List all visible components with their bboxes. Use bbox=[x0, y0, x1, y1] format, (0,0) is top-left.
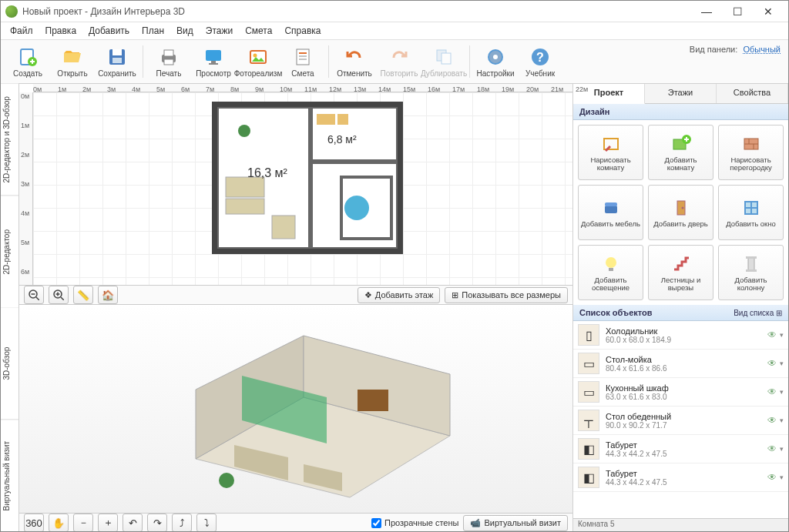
objects-view-toggle[interactable]: Вид списка ⊞ bbox=[734, 309, 782, 317]
chevron-down-icon[interactable]: ▾ bbox=[780, 473, 784, 481]
rotate-left-button[interactable]: ↶ bbox=[123, 514, 143, 532]
tool-settings[interactable]: Настройки bbox=[473, 41, 518, 82]
svg-rect-32 bbox=[317, 114, 335, 125]
virtual-visit-button[interactable]: 📹 Виртуальный визит bbox=[463, 515, 568, 531]
design-draw-room[interactable]: Нарисовать комнату bbox=[578, 125, 643, 180]
maximize-button[interactable]: ☐ bbox=[722, 1, 753, 22]
tool-print[interactable]: Печать bbox=[146, 41, 191, 82]
design-draw-wall[interactable]: Нарисовать перегородку bbox=[718, 125, 784, 180]
visibility-icon[interactable]: 👁 bbox=[767, 358, 777, 369]
object-row[interactable]: ◧Табурет44.3 x 44.2 x 47.5👁▾ bbox=[573, 435, 788, 463]
draw-room-icon bbox=[600, 133, 622, 155]
design-section-header: Дизайн bbox=[573, 104, 788, 120]
view-2d[interactable]: 0м1м2м3м4м5м6м 16,3 м² bbox=[19, 92, 572, 285]
object-row[interactable]: ▭Кухонный шкаф63.0 x 61.6 x 83.0👁▾ bbox=[573, 378, 788, 407]
object-row[interactable]: ◧Табурет44.3 x 44.2 x 47.5👁▾ bbox=[573, 463, 788, 492]
object-list[interactable]: ▯Холодильник60.0 x 68.0 x 184.9👁▾▭Стол-м… bbox=[573, 321, 788, 518]
design-add-light[interactable]: Добавить освещение bbox=[578, 245, 643, 300]
pan-button[interactable]: ✋ bbox=[49, 514, 69, 532]
object-row[interactable]: ┬Стол обеденный90.0 x 90.2 x 71.7👁▾ bbox=[573, 407, 788, 435]
svg-point-60 bbox=[681, 206, 683, 209]
design-add-column[interactable]: Добавить колонну bbox=[718, 245, 784, 300]
tool-undo[interactable]: Отменить bbox=[332, 41, 377, 82]
minimize-button[interactable]: — bbox=[691, 1, 722, 22]
menu-смета[interactable]: Смета bbox=[239, 24, 278, 38]
left-tab-0[interactable]: 2D-редактор и 3D-обзор bbox=[1, 84, 18, 196]
tool-monitor[interactable]: Просмотр bbox=[191, 41, 236, 82]
menu-этажи[interactable]: Этажи bbox=[200, 24, 239, 38]
right-tabs: ПроектЭтажиСвойства bbox=[573, 84, 788, 104]
tool-help[interactable]: ?Учебник bbox=[518, 41, 562, 82]
panel-view-link[interactable]: Обычный bbox=[743, 45, 781, 54]
chevron-down-icon[interactable]: ▾ bbox=[780, 417, 784, 424]
tilt-up-button[interactable]: ⤴ bbox=[172, 514, 192, 532]
visibility-icon[interactable]: 👁 bbox=[767, 472, 777, 483]
tool-duplicate: Дублировать bbox=[421, 41, 466, 82]
design-add-window[interactable]: Добавить окно bbox=[718, 185, 784, 240]
zoom-out-3d-button[interactable]: － bbox=[73, 514, 93, 532]
object-thumb: ◧ bbox=[578, 467, 599, 488]
chevron-down-icon[interactable]: ▾ bbox=[780, 445, 784, 453]
add-floor-button[interactable]: ❖ Добавить этаж bbox=[358, 287, 440, 303]
zoom-out-2d-button[interactable] bbox=[24, 286, 44, 304]
view-3d[interactable] bbox=[19, 305, 572, 513]
visibility-icon[interactable]: 👁 bbox=[767, 415, 777, 426]
svg-rect-3 bbox=[112, 49, 122, 55]
design-stairs[interactable]: Лестницы и вырезы bbox=[648, 245, 713, 300]
status-bar: Комната 5 bbox=[573, 518, 788, 532]
transparent-walls-checkbox[interactable]: Прозрачные стены bbox=[371, 518, 458, 528]
main-toolbar: СоздатьОткрытьСохранитьПечатьПросмотрФот… bbox=[1, 39, 788, 84]
visibility-icon[interactable]: 👁 bbox=[767, 386, 777, 397]
measure-button[interactable]: 📏 bbox=[73, 286, 93, 304]
print-icon bbox=[158, 46, 180, 68]
design-add-door[interactable]: Добавить дверь bbox=[648, 185, 713, 240]
visibility-icon[interactable]: 👁 bbox=[767, 330, 777, 340]
objects-section-header: Список объектов Вид списка ⊞ bbox=[573, 305, 788, 321]
svg-rect-10 bbox=[209, 63, 218, 65]
object-row[interactable]: ▯Холодильник60.0 x 68.0 x 184.9👁▾ bbox=[573, 321, 788, 350]
svg-rect-66 bbox=[748, 257, 754, 271]
chevron-down-icon[interactable]: ▾ bbox=[780, 360, 784, 367]
floor-plan[interactable]: 16,3 м² 6,8 м² bbox=[210, 100, 411, 262]
menu-файл[interactable]: Файл bbox=[4, 24, 39, 38]
menu-справка[interactable]: Справка bbox=[278, 24, 327, 38]
home-button[interactable]: 🏠 bbox=[98, 286, 118, 304]
menu-добавить[interactable]: Добавить bbox=[82, 24, 136, 38]
svg-rect-9 bbox=[211, 61, 216, 63]
tool-file-new[interactable]: Создать bbox=[5, 41, 50, 82]
design-add-room[interactable]: Добавить комнату bbox=[648, 125, 713, 180]
chevron-down-icon[interactable]: ▾ bbox=[780, 331, 784, 339]
zoom-in-3d-button[interactable]: ＋ bbox=[98, 514, 118, 532]
svg-rect-57 bbox=[605, 206, 617, 213]
right-tab-Этажи[interactable]: Этажи bbox=[645, 84, 717, 103]
chevron-down-icon[interactable]: ▾ bbox=[780, 388, 784, 396]
tool-folder-open[interactable]: Открыть bbox=[50, 41, 95, 82]
menu-правка[interactable]: Правка bbox=[39, 24, 83, 38]
folder-open-icon bbox=[62, 46, 83, 68]
canvas-2d[interactable]: 16,3 м² 6,8 м² bbox=[33, 92, 572, 285]
left-tab-2[interactable]: 3D-обзор bbox=[1, 308, 18, 420]
redo-icon bbox=[388, 46, 410, 68]
svg-rect-68 bbox=[746, 269, 757, 272]
tool-photo[interactable]: Фотореализм bbox=[236, 41, 280, 82]
svg-rect-65 bbox=[609, 268, 613, 271]
close-button[interactable]: ✕ bbox=[753, 1, 784, 22]
save-icon bbox=[106, 46, 128, 68]
tilt-down-button[interactable]: ⤵ bbox=[196, 514, 217, 532]
rotate-right-button[interactable]: ↷ bbox=[147, 514, 167, 532]
left-tab-3[interactable]: Виртуальный визит bbox=[1, 420, 18, 533]
right-tab-Свойства[interactable]: Свойства bbox=[717, 84, 788, 103]
tool-save[interactable]: Сохранить bbox=[95, 41, 139, 82]
rotate-360-button[interactable]: 360 bbox=[24, 514, 44, 532]
visibility-icon[interactable]: 👁 bbox=[767, 443, 777, 454]
menu-план[interactable]: План bbox=[136, 24, 170, 38]
design-add-furniture[interactable]: Добавить мебель bbox=[578, 185, 643, 240]
tool-estimate[interactable]: Смета bbox=[280, 41, 325, 82]
main-area: 2D-редактор и 3D-обзор2D-редактор3D-обзо… bbox=[1, 84, 788, 532]
tool-redo: Повторить bbox=[377, 41, 421, 82]
menu-вид[interactable]: Вид bbox=[170, 24, 200, 38]
left-tab-1[interactable]: 2D-редактор bbox=[1, 196, 18, 309]
object-row[interactable]: ▭Стол-мойка80.4 x 61.6 x 86.6👁▾ bbox=[573, 350, 788, 378]
zoom-in-2d-button[interactable] bbox=[49, 286, 69, 304]
show-all-dims-button[interactable]: ⊞ Показывать все размеры bbox=[445, 287, 568, 303]
